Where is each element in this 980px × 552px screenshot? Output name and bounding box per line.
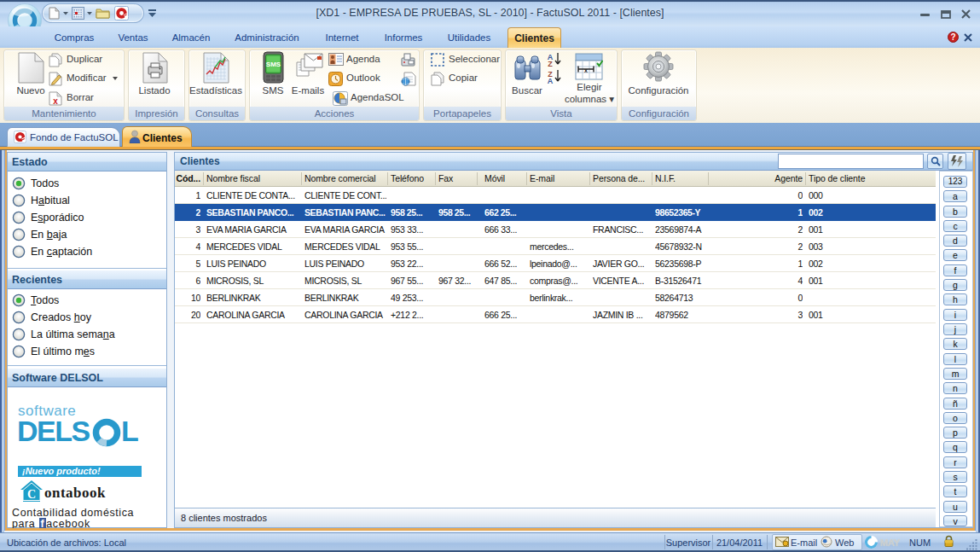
svg-text:x: x	[53, 96, 58, 106]
svg-text:SMS: SMS	[266, 61, 281, 68]
svg-text:x: x	[584, 67, 588, 73]
svg-text:?: ?	[950, 32, 955, 42]
svg-text:C: C	[27, 488, 36, 501]
svg-text:Z: Z	[548, 60, 553, 68]
